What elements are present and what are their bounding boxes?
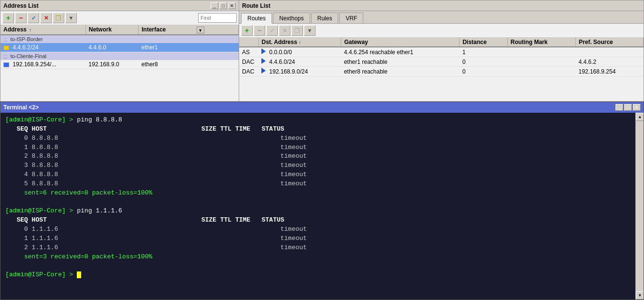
network-col-header: Network [86, 25, 138, 35]
route-type-cell: DAC [239, 57, 258, 67]
address-panel-title: Address List [3, 2, 39, 9]
terminal-maximize-button[interactable]: □ [624, 104, 632, 111]
route-mark-cell [507, 67, 575, 76]
cancel-route-button[interactable]: ✕ [279, 25, 290, 36]
route-gateway-cell: ether1 reachable [341, 57, 459, 67]
x-route-icon: ✕ [283, 28, 287, 34]
route-dst-cell: 192.168.9.0/24 [258, 67, 341, 76]
table-row[interactable]: DAC 192.168.9.0/24 ether8 reachable 0 19… [239, 67, 644, 76]
terminal-body[interactable]: [admin@ISP-Core] > ping 8.8.8.8 SEQ HOST… [0, 113, 635, 300]
close-icon: ✕ [635, 105, 639, 110]
add-route-icon: + [245, 27, 249, 34]
ping-summary: sent=6 received=0 packet-loss=100% [5, 189, 152, 196]
terminal-prompt: [admin@ISP-Core] > [5, 207, 77, 214]
address-find-input[interactable] [198, 13, 237, 23]
terminal-close-button[interactable]: ✕ [633, 104, 641, 111]
route-gateway-cell: ether8 reachable [341, 67, 459, 76]
route-pref-cell: 192.168.9.254 [576, 67, 644, 76]
terminal-line: [admin@ISP-Core] > ping 8.8.8.8 [5, 116, 630, 125]
x-icon: ✕ [44, 15, 48, 21]
tab-routes[interactable]: Routes [241, 13, 272, 24]
address-table: Address ↑ Network Interface ▼ [0, 25, 239, 69]
add-address-button[interactable]: + [2, 13, 14, 23]
terminal-line: SEQ HOST SIZE TTL TIME STATUS [5, 216, 630, 225]
terminal-line-cursor: [admin@ISP-Core] > [5, 270, 630, 280]
filter-route-button[interactable]: ▼ [304, 25, 315, 36]
scroll-track[interactable] [636, 121, 644, 291]
copy-address-button[interactable]: ❐ [53, 13, 64, 23]
address-table-container: Address ↑ Network Interface ▼ [0, 25, 239, 101]
route-distance-cell: 0 [459, 57, 507, 67]
ping-summary: sent=3 received=0 packet-loss=100% [5, 253, 152, 260]
scroll-up-button[interactable]: ▲ [636, 113, 644, 121]
pref-source-col: Pref. Source [576, 38, 644, 47]
terminal-prompt-final: [admin@ISP-Core] > [5, 271, 77, 278]
copy-route-icon: ❐ [294, 27, 300, 34]
top-area: Address List _ □ ✕ + [0, 0, 644, 102]
tab-rules[interactable]: Rules [311, 13, 339, 23]
route-distance-cell: 0 [459, 67, 507, 76]
table-row[interactable]: AS 0.0.0.0/0 4.4.6.254 reachable ether1 … [239, 47, 644, 57]
terminal-minimize-button[interactable]: _ [615, 104, 623, 111]
terminal-blank [5, 198, 630, 207]
remove-address-button[interactable]: − [15, 13, 27, 23]
terminal-line: 2 8.8.8.8 timeout [5, 152, 630, 161]
add-route-button[interactable]: + [241, 25, 253, 36]
copy-icon: ❐ [56, 15, 61, 22]
bottom-panel: Terminal <2> _ □ ✕ [admin@ISP-Core [0, 102, 644, 300]
filter-icon: ▼ [69, 15, 74, 21]
minimize-icon: _ [618, 105, 620, 110]
group-dots-icon2: ;;; [3, 54, 7, 59]
address-status-icon [3, 45, 9, 50]
ping-header: SEQ HOST SIZE TTL TIME STATUS [5, 216, 284, 224]
route-type-cell: DAC [239, 67, 258, 76]
remove-route-button[interactable]: − [254, 25, 265, 36]
address-maximize-button[interactable]: □ [219, 2, 227, 9]
terminal-prompt: [admin@ISP-Core] > [5, 116, 77, 123]
check-address-button[interactable]: ✓ [28, 13, 39, 23]
terminal-line: 5 8.8.8.8 timeout [5, 180, 630, 189]
dst-address-col: Dst. Address ↑ [258, 38, 341, 47]
table-row[interactable]: 4.4.6.2/24 4.4.6.0 ether1 [0, 43, 239, 52]
terminal-panel: Terminal <2> _ □ ✕ [admin@ISP-Core [0, 102, 644, 300]
address-group-cliente: ;;; to-Cliente-Final [0, 52, 239, 60]
minimize-icon: _ [213, 3, 215, 8]
interface-col-header: Interface ▼ [139, 25, 239, 35]
terminal-command: ping 1.1.1.6 [77, 207, 122, 214]
route-toolbar: + − ✓ ✕ ❐ ▼ [239, 24, 644, 38]
terminal-line: sent=6 received=0 packet-loss=100% [5, 189, 630, 198]
route-type-col [239, 38, 258, 47]
terminal-scrollbar: ▲ ▼ [635, 113, 644, 300]
distance-col: Distance [459, 38, 507, 47]
filter-address-button[interactable]: ▼ [65, 13, 77, 23]
cancel-address-button[interactable]: ✕ [40, 13, 52, 23]
address-status-icon2 [3, 62, 9, 67]
terminal-body-wrapper: [admin@ISP-Core] > ping 8.8.8.8 SEQ HOST… [0, 113, 644, 300]
maximize-icon: □ [222, 3, 224, 8]
add-icon: + [6, 14, 10, 22]
scroll-down-button[interactable]: ▼ [636, 291, 644, 300]
terminal-command: ping 8.8.8.8 [77, 116, 122, 123]
route-flag-icon [261, 58, 266, 64]
terminal-line: 4 8.8.8.8 timeout [5, 170, 630, 180]
tab-vrf[interactable]: VRF [339, 13, 363, 23]
address-panel: Address List _ □ ✕ + [0, 0, 239, 102]
column-menu-btn[interactable]: ▼ [197, 27, 204, 33]
ping-header: SEQ HOST SIZE TTL TIME STATUS [5, 125, 284, 133]
route-type-cell: AS [239, 47, 258, 57]
route-flag-icon [261, 68, 266, 74]
terminal-titlebar: Terminal <2> _ □ ✕ [0, 102, 644, 113]
table-row[interactable]: DAC 4.4.6.0/24 ether1 reachable 0 4.4.6.… [239, 57, 644, 67]
copy-route-button[interactable]: ❐ [291, 25, 303, 36]
address-toolbar: + − ✓ ✕ ❐ ▼ [0, 11, 239, 25]
terminal-line: 1 1.1.1.6 timeout [5, 234, 630, 243]
check-route-button[interactable]: ✓ [266, 25, 278, 36]
route-panel: Route List Routes Nexthops Rules VRF + [239, 0, 644, 102]
address-minimize-button[interactable]: _ [211, 2, 218, 9]
terminal-cursor [77, 271, 81, 278]
terminal-titlebar-controls: _ □ ✕ [615, 104, 641, 111]
address-close-button[interactable]: ✕ [228, 2, 236, 9]
tab-nexthops[interactable]: Nexthops [273, 13, 310, 23]
routing-mark-col: Routing Mark [507, 38, 575, 47]
table-row[interactable]: 192.168.9.254/... 192.168.9.0 ether8 [0, 60, 239, 69]
